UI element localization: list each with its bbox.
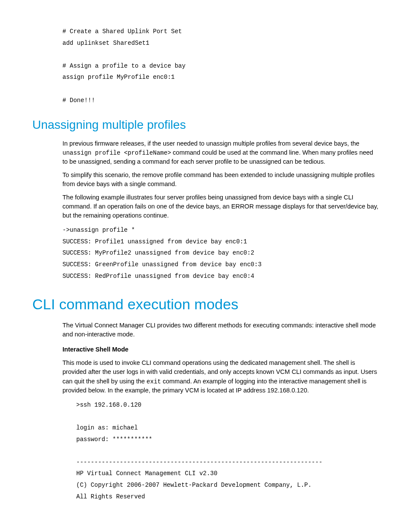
paragraph-unassign-intro: In previous firmware releases, if the us…: [62, 139, 379, 166]
paragraph-unassign-example: The following example illustrates four s…: [62, 193, 379, 220]
paragraph-interactive-description: This mode is used to invoke CLI command …: [62, 358, 379, 395]
heading-cli-execution-modes: CLI command execution modes: [32, 294, 379, 315]
text-segment: In previous firmware releases, if the us…: [62, 140, 359, 147]
paragraph-cli-intro: The Virtual Connect Manager CLI provides…: [62, 321, 379, 339]
heading-unassigning-profiles: Unassigning multiple profiles: [32, 116, 379, 134]
inline-code-exit: exit: [146, 378, 161, 385]
subheading-interactive-shell: Interactive Shell Mode: [62, 345, 379, 354]
inline-code-unassign-profile: unassign profile <profileName>: [62, 149, 171, 156]
code-block-ssh-session: >ssh 192.168.0.120 login as: michael pas…: [76, 399, 379, 502]
code-block-scripting: # Create a Shared Uplink Port Set add up…: [62, 26, 379, 106]
paragraph-unassign-simplify: To simplify this scenario, the remove pr…: [62, 171, 379, 189]
code-block-unassign-output: ->unassign profile * SUCCESS: Profile1 u…: [62, 224, 379, 282]
